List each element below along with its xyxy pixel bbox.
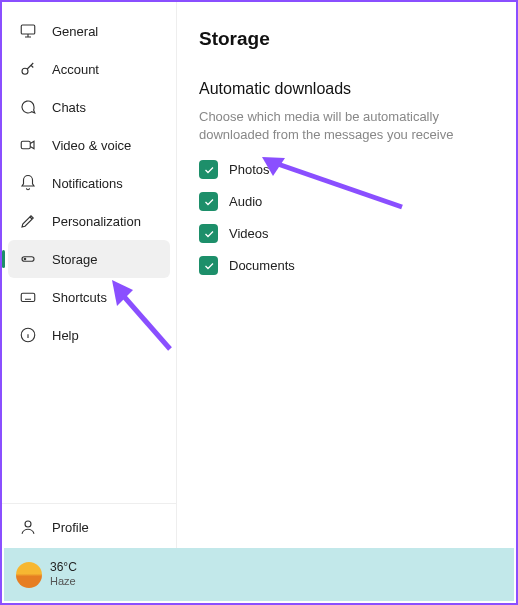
checkbox-checked-icon [199, 192, 218, 211]
checkbox-checked-icon [199, 224, 218, 243]
sidebar-item-storage[interactable]: Storage [8, 240, 170, 278]
storage-icon [18, 249, 38, 269]
section-title: Automatic downloads [199, 80, 494, 98]
video-icon [18, 135, 38, 155]
sidebar-item-help[interactable]: Help [8, 316, 170, 354]
svg-rect-0 [21, 25, 35, 34]
download-option-videos[interactable]: Videos [199, 224, 494, 243]
settings-sidebar: General Account Chats Video & voice Noti… [2, 2, 177, 550]
weather-haze-icon [16, 562, 42, 588]
sidebar-item-personalization[interactable]: Personalization [8, 202, 170, 240]
sidebar-item-label: Account [52, 62, 99, 77]
profile-icon [18, 517, 38, 537]
svg-rect-2 [21, 141, 30, 149]
sidebar-item-label: Shortcuts [52, 290, 107, 305]
sidebar-item-video-voice[interactable]: Video & voice [8, 126, 170, 164]
sidebar-item-general[interactable]: General [8, 12, 170, 50]
checkbox-checked-icon [199, 160, 218, 179]
download-option-label: Videos [229, 226, 269, 241]
sidebar-item-label: General [52, 24, 98, 39]
download-option-label: Photos [229, 162, 269, 177]
svg-point-7 [25, 521, 31, 527]
monitor-icon [18, 21, 38, 41]
weather-temperature: 36°C [50, 561, 77, 575]
svg-point-4 [24, 258, 26, 260]
chat-icon [18, 97, 38, 117]
download-option-photos[interactable]: Photos [199, 160, 494, 179]
page-title: Storage [199, 28, 494, 50]
sidebar-item-profile[interactable]: Profile [8, 508, 170, 546]
checkbox-checked-icon [199, 256, 218, 275]
info-icon [18, 325, 38, 345]
sidebar-item-label: Storage [52, 252, 98, 267]
sidebar-item-label: Notifications [52, 176, 123, 191]
sidebar-item-label: Help [52, 328, 79, 343]
sidebar-item-account[interactable]: Account [8, 50, 170, 88]
pencil-icon [18, 211, 38, 231]
download-option-label: Audio [229, 194, 262, 209]
svg-point-1 [22, 68, 28, 74]
download-option-audio[interactable]: Audio [199, 192, 494, 211]
svg-rect-5 [21, 293, 35, 301]
bell-icon [18, 173, 38, 193]
download-option-label: Documents [229, 258, 295, 273]
weather-widget[interactable]: 36°C Haze [16, 561, 77, 587]
keyboard-icon [18, 287, 38, 307]
sidebar-item-notifications[interactable]: Notifications [8, 164, 170, 202]
weather-condition: Haze [50, 575, 77, 588]
sidebar-item-label: Profile [52, 520, 89, 535]
settings-main: Storage Automatic downloads Choose which… [177, 2, 516, 550]
download-option-documents[interactable]: Documents [199, 256, 494, 275]
sidebar-item-label: Chats [52, 100, 86, 115]
sidebar-item-label: Personalization [52, 214, 141, 229]
sidebar-item-label: Video & voice [52, 138, 131, 153]
key-icon [18, 59, 38, 79]
sidebar-item-chats[interactable]: Chats [8, 88, 170, 126]
section-description: Choose which media will be automatically… [199, 108, 494, 144]
taskbar: 36°C Haze [4, 548, 514, 601]
sidebar-item-shortcuts[interactable]: Shortcuts [8, 278, 170, 316]
